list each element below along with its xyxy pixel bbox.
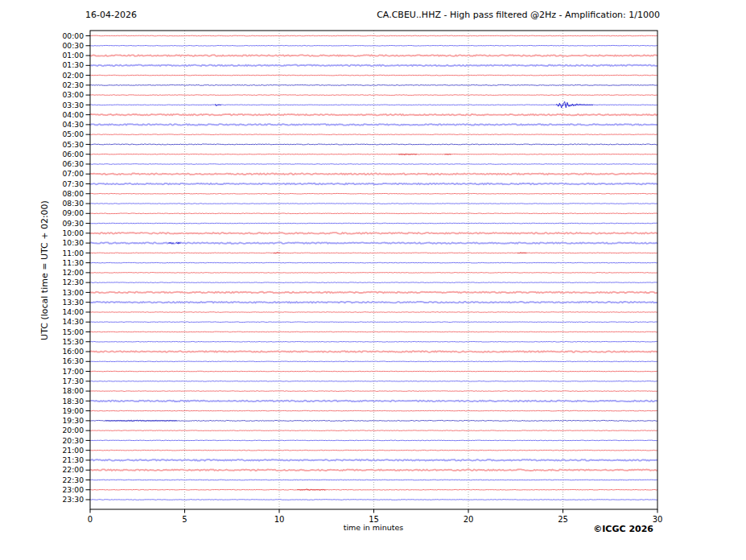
y-tick-label: 15:30: [63, 337, 84, 346]
y-tick-label: 12:00: [63, 268, 84, 277]
x-tick-label: 20: [464, 515, 474, 524]
x-tick-label: 5: [182, 515, 187, 524]
y-tick-label: 00:30: [63, 41, 84, 50]
y-tick-label: 12:30: [63, 278, 84, 286]
x-tick-label: 10: [274, 515, 285, 524]
x-tick-label: 0: [88, 515, 93, 524]
y-tick-label: 02:00: [63, 71, 84, 80]
y-tick-label: 03:30: [63, 101, 84, 109]
y-tick-label: 08:00: [63, 189, 84, 198]
y-tick-label: 19:30: [63, 416, 84, 425]
x-tick-label: 25: [558, 515, 568, 524]
y-tick-label: 18:00: [63, 386, 84, 395]
y-tick-label: 23:30: [63, 495, 84, 504]
y-tick-label: 16:30: [63, 356, 84, 365]
y-tick-label: 09:30: [63, 219, 84, 228]
y-tick-label: 14:30: [63, 317, 84, 326]
y-tick-label: 14:00: [63, 307, 84, 316]
y-tick-label: 06:30: [63, 159, 84, 168]
y-tick-label: 01:30: [63, 60, 84, 69]
copyright-label: ©ICGC 2026: [593, 524, 653, 534]
y-tick-label: 17:00: [63, 367, 84, 376]
helicorder-plot: 00:0000:3001:0001:3002:0002:3003:0003:30…: [0, 0, 746, 560]
helicorder-screen: 16-04-2026 CA.CBEU..HHZ - High pass filt…: [0, 0, 746, 560]
y-tick-label: 21:30: [63, 455, 84, 464]
y-tick-label: 13:00: [63, 288, 84, 297]
y-tick-label: 04:00: [63, 110, 84, 119]
y-tick-label: 02:30: [63, 80, 84, 89]
y-tick-label: 03:00: [63, 90, 84, 99]
y-tick-label: 16:00: [63, 347, 84, 356]
y-tick-label: 20:30: [63, 436, 84, 445]
y-tick-label: 19:00: [63, 406, 84, 415]
x-tick-label: 30: [653, 515, 663, 524]
y-tick-label: 23:00: [63, 485, 84, 494]
y-tick-label: 05:30: [63, 140, 84, 149]
y-tick-label: 11:00: [63, 249, 84, 257]
y-tick-label: 22:30: [63, 476, 84, 484]
y-tick-label: 21:00: [63, 446, 84, 455]
y-tick-label: 18:30: [63, 397, 84, 406]
y-tick-label: 04:30: [63, 120, 84, 129]
y-tick-label: 06:00: [63, 150, 84, 159]
y-tick-label: 22:00: [63, 465, 84, 474]
y-tick-label: 10:30: [63, 238, 84, 247]
y-tick-label: 05:00: [63, 130, 84, 138]
y-tick-label: 01:00: [63, 51, 84, 60]
y-tick-label: 07:00: [63, 169, 84, 178]
x-axis-title: time in minutes: [344, 523, 404, 532]
y-tick-label: 17:30: [63, 377, 84, 385]
y-tick-label: 00:00: [63, 31, 84, 40]
y-tick-label: 10:00: [63, 229, 84, 237]
y-tick-label: 13:30: [63, 298, 84, 307]
y-tick-label: 15:00: [63, 327, 84, 336]
y-tick-label: 20:00: [63, 426, 84, 434]
y-tick-label: 08:30: [63, 199, 84, 208]
y-tick-label: 11:30: [63, 258, 84, 267]
y-tick-label: 07:30: [63, 179, 84, 188]
y-tick-label: 09:00: [63, 208, 84, 217]
